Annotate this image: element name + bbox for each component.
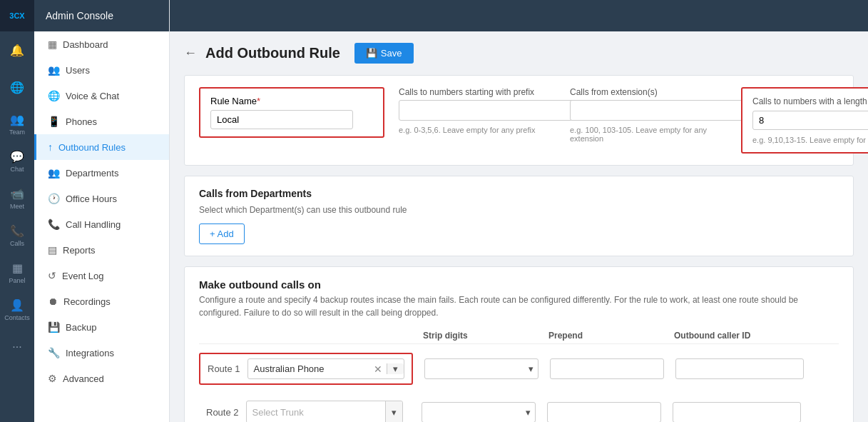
app-logo: 3CX [0, 0, 34, 31]
route2-group: Route 2 Select Trunk ▾ [199, 396, 410, 422]
dept-section-subtitle: Select which Department(s) can use this … [199, 205, 839, 215]
route1-dropdown-button[interactable]: ▾ [387, 363, 404, 374]
back-button[interactable]: ← [184, 46, 197, 61]
sidebar-item-event-log[interactable]: ↺ Event Log [34, 263, 169, 288]
route1-prepend-input[interactable] [550, 358, 664, 379]
route1-label: Route 1 [208, 363, 240, 374]
call-handling-icon: 📞 [48, 218, 60, 230]
sidebar-item-departments[interactable]: 👥 Departments [34, 160, 169, 186]
sidebar-item-reports[interactable]: ▤ Reports [34, 237, 169, 263]
route2-strip-select[interactable] [422, 403, 521, 422]
route1-row: Route 1 Australian Phone ✕ ▾ ▾ [199, 347, 839, 391]
route2-select-wrapper: Select Trunk ▾ [246, 401, 403, 422]
sidebar-item-users[interactable]: 👥 Users [34, 57, 169, 83]
sidebar-item-advanced[interactable]: ⚙ Advanced [34, 366, 169, 391]
route1-strip-dropdown-icon: ▾ [524, 363, 538, 374]
icon-chat[interactable]: 💬 Chat [0, 143, 34, 180]
sidebar-label-recordings: Recordings [63, 296, 111, 307]
icon-sidebar: 3CX 🔔 🌐 👥 Team 💬 Chat 📹 Meet 📞 Calls ▦ P… [0, 0, 34, 422]
departments-section: Calls from Departments Select which Depa… [184, 176, 854, 256]
sidebar-item-recordings[interactable]: ⏺ Recordings [34, 288, 169, 314]
sidebar-item-dashboard[interactable]: ▦ Dashboard [34, 31, 169, 57]
icon-globe[interactable]: 🌐 [0, 69, 34, 106]
save-icon: 💾 [366, 48, 377, 59]
icon-team[interactable]: 👥 Team [0, 106, 34, 143]
sidebar-item-phones[interactable]: 📱 Phones [34, 109, 169, 134]
route2-row: Route 2 Select Trunk ▾ ▾ [199, 391, 839, 422]
topbar [170, 0, 868, 31]
phones-icon: 📱 [48, 116, 60, 127]
route1-caller-id [675, 358, 804, 379]
voice-chat-icon: 🌐 [48, 90, 60, 101]
sidebar-label-call-handling: Call Handling [66, 219, 121, 230]
calls-length-input[interactable] [752, 111, 868, 130]
route-col-strip-header: Strip digits [423, 331, 537, 341]
route2-dropdown-button[interactable]: ▾ [385, 401, 402, 422]
calls-label: Calls [10, 240, 24, 247]
icon-calls[interactable]: 📞 Calls [0, 217, 34, 254]
calls-extension-input[interactable] [570, 100, 755, 121]
calls-prefix-label: Calls to numbers starting with prefix [399, 87, 556, 97]
outbound-calls-section: Make outbound calls on Configure a route… [184, 266, 854, 422]
sidebar-label-dashboard: Dashboard [63, 39, 108, 50]
sidebar-item-call-handling[interactable]: 📞 Call Handling [34, 211, 169, 237]
route-col-header-blank [199, 331, 412, 341]
route1-strip-select[interactable] [425, 359, 524, 378]
route2-prepend-input[interactable] [547, 402, 661, 423]
sidebar-item-integrations[interactable]: 🔧 Integrations [34, 340, 169, 366]
outbound-rules-icon: ↑ [48, 141, 53, 153]
sidebar-item-outbound-rules[interactable]: ↑ Outbound Rules [34, 134, 169, 160]
route1-selected-value: Australian Phone [248, 359, 369, 378]
recordings-icon: ⏺ [48, 296, 58, 307]
route-section-description: Configure a route and specify 4 backup r… [199, 293, 839, 319]
route-section-title: Make outbound calls on [199, 278, 839, 291]
meet-icon: 📹 [10, 187, 24, 201]
icon-more[interactable]: ··· [0, 328, 34, 366]
sidebar-item-office-hours[interactable]: 🕐 Office Hours [34, 186, 169, 211]
route2-strip-dropdown-icon: ▾ [521, 407, 535, 418]
add-department-button[interactable]: + Add [199, 223, 245, 244]
calls-extension-group: Calls from extension(s) e.g. 100, 103-10… [570, 87, 727, 143]
sidebar-label-departments: Departments [66, 168, 118, 179]
departments-icon: 👥 [48, 167, 60, 179]
users-icon: 👥 [48, 64, 60, 76]
sidebar-item-voice-chat[interactable]: 🌐 Voice & Chat [34, 83, 169, 109]
route1-clear-button[interactable]: ✕ [369, 363, 387, 375]
contacts-label: Contacts [4, 314, 30, 321]
page-title: Add Outbound Rule [205, 45, 340, 61]
icon-meet[interactable]: 📹 Meet [0, 180, 34, 217]
icon-bell[interactable]: 🔔 [0, 31, 34, 69]
dept-section-title: Calls from Departments [199, 188, 839, 199]
chat-icon: 💬 [10, 150, 24, 164]
panel-icon: ▦ [12, 261, 23, 275]
icon-contacts[interactable]: 👤 Contacts [0, 291, 34, 328]
advanced-icon: ⚙ [48, 373, 57, 384]
dashboard-icon: ▦ [48, 39, 57, 50]
route2-caller-id-input[interactable] [673, 402, 801, 423]
rule-name-input[interactable] [210, 110, 353, 129]
meet-label: Meet [10, 203, 24, 210]
team-label: Team [9, 129, 25, 136]
chat-label: Chat [10, 166, 24, 173]
save-button[interactable]: 💾 Save [354, 43, 414, 64]
route1-strip-digits: ▾ [424, 358, 538, 379]
calls-extension-label: Calls from extension(s) [570, 87, 727, 97]
calls-length-hint: e.g. 9,10,13-15. Leave empty for any len… [752, 136, 868, 144]
calls-length-label: Calls to numbers with a length of [752, 96, 868, 106]
sidebar-label-phones: Phones [66, 116, 97, 127]
calls-length-highlighted-box: Calls to numbers with a length of e.g. 9… [741, 87, 868, 154]
sidebar-item-backup[interactable]: 💾 Backup [34, 314, 169, 340]
save-label: Save [381, 48, 402, 59]
calls-prefix-hint: e.g. 0-3,5,6. Leave empty for any prefix [399, 126, 556, 134]
rule-name-highlighted-box: Rule Name* [199, 87, 384, 138]
sidebar-label-advanced: Advanced [63, 373, 104, 384]
main-content: ← Add Outbound Rule 💾 Save Rule Name* C [170, 0, 868, 422]
sidebar-label-reports: Reports [63, 245, 96, 256]
route2-prepend [547, 402, 661, 423]
calls-prefix-input[interactable] [399, 100, 584, 121]
icon-panel[interactable]: ▦ Panel [0, 254, 34, 291]
sidebar-label-users: Users [66, 65, 90, 76]
sidebar-label-outbound-rules: Outbound Rules [58, 142, 126, 153]
route1-caller-id-input[interactable] [675, 358, 804, 379]
sidebar-label-event-log: Event Log [62, 271, 104, 281]
